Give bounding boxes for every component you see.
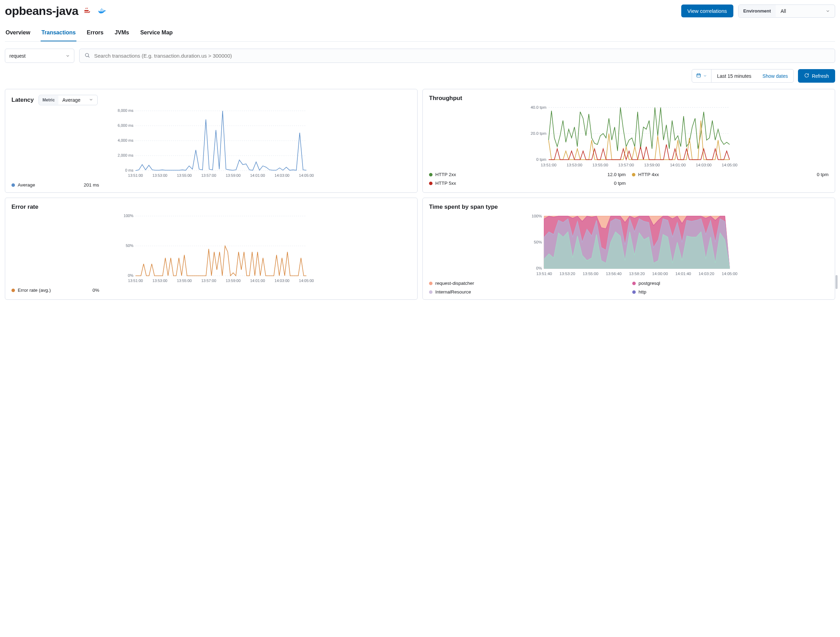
transaction-type-select[interactable]: request	[5, 49, 74, 63]
chevron-down-icon	[66, 54, 70, 58]
refresh-button[interactable]: Refresh	[798, 69, 835, 83]
legend-item: Average	[11, 182, 35, 188]
svg-text:14:03:00: 14:03:00	[275, 279, 289, 283]
svg-line-1	[88, 56, 89, 57]
error-rate-chart[interactable]: 0%50%100%13:51:0013:53:0013:55:0013:57:0…	[11, 214, 411, 284]
legend-dot-icon	[429, 182, 433, 185]
svg-text:13:56:40: 13:56:40	[606, 271, 622, 276]
legend-dot-icon	[11, 289, 15, 292]
show-dates-link[interactable]: Show dates	[757, 70, 793, 82]
svg-text:13:59:00: 13:59:00	[644, 162, 660, 167]
svg-text:13:51:40: 13:51:40	[536, 271, 553, 276]
svg-text:13:57:00: 13:57:00	[201, 173, 216, 178]
search-input[interactable]	[93, 52, 830, 59]
svg-text:13:53:00: 13:53:00	[567, 162, 583, 167]
java-icon	[83, 6, 92, 16]
nav-tabs: OverviewTransactionsErrorsJVMsService Ma…	[5, 26, 835, 42]
legend-item: InternalResource	[429, 289, 625, 295]
svg-text:4,000 ms: 4,000 ms	[118, 138, 134, 142]
latency-chart[interactable]: 0 ms2,000 ms4,000 ms6,000 ms8,000 ms13:5…	[11, 109, 411, 178]
svg-text:20.0 tpm: 20.0 tpm	[531, 131, 546, 136]
svg-text:13:59:00: 13:59:00	[226, 279, 241, 283]
legend-item: postgresql	[632, 281, 829, 286]
svg-text:14:03:00: 14:03:00	[275, 173, 289, 178]
span-type-panel: Time spent by span type 0%50%100%13:51:4…	[422, 198, 835, 300]
svg-text:13:53:00: 13:53:00	[153, 279, 167, 283]
legend-value: 201 ms	[84, 182, 99, 188]
tab-overview[interactable]: Overview	[5, 26, 31, 41]
time-range-text: Last 15 minutes	[712, 70, 757, 82]
svg-text:13:55:00: 13:55:00	[177, 279, 192, 283]
svg-text:14:05:00: 14:05:00	[722, 162, 737, 167]
svg-text:14:01:00: 14:01:00	[250, 173, 265, 178]
svg-text:14:03:20: 14:03:20	[699, 271, 715, 276]
legend-label: InternalResource	[435, 289, 471, 295]
svg-text:14:00:00: 14:00:00	[652, 271, 668, 276]
svg-text:0 ms: 0 ms	[125, 168, 133, 172]
svg-text:14:01:00: 14:01:00	[670, 162, 686, 167]
tab-transactions[interactable]: Transactions	[41, 26, 76, 41]
legend-item: http	[632, 289, 829, 295]
chevron-down-icon	[826, 9, 830, 13]
legend-label: HTTP 4xx	[638, 172, 659, 177]
legend-label: http	[638, 289, 646, 295]
svg-text:100%: 100%	[532, 214, 542, 218]
page-title: opbeans-java	[5, 4, 78, 18]
svg-text:14:05:00: 14:05:00	[299, 173, 314, 178]
legend-dot-icon	[632, 282, 636, 285]
legend-value: 12.0 tpm	[463, 172, 626, 177]
date-picker-button[interactable]	[692, 69, 712, 82]
tab-service-map[interactable]: Service Map	[140, 26, 173, 41]
legend-value: 0 tpm	[665, 172, 829, 177]
svg-text:13:53:20: 13:53:20	[560, 271, 576, 276]
svg-text:13:59:00: 13:59:00	[226, 173, 241, 178]
legend-label: Average	[18, 182, 35, 188]
svg-text:0%: 0%	[536, 266, 542, 270]
latency-title: Latency	[11, 96, 34, 104]
transaction-type-value: request	[9, 53, 26, 59]
svg-text:6,000 ms: 6,000 ms	[118, 123, 134, 128]
legend-dot-icon	[429, 173, 433, 177]
svg-text:2,000 ms: 2,000 ms	[118, 153, 134, 157]
legend-label: request-dispatcher	[435, 281, 474, 286]
refresh-icon	[804, 73, 809, 79]
legend-item: request-dispatcher	[429, 281, 625, 286]
legend-item: HTTP 5xx	[429, 181, 456, 186]
docker-icon	[98, 6, 107, 16]
legend-label: Error rate (avg.)	[18, 288, 51, 293]
svg-text:13:57:00: 13:57:00	[618, 162, 634, 167]
error-rate-panel: Error rate 0%50%100%13:51:0013:53:0013:5…	[5, 198, 418, 300]
svg-text:14:01:00: 14:01:00	[250, 279, 265, 283]
svg-rect-2	[697, 74, 701, 77]
svg-text:13:57:00: 13:57:00	[201, 279, 216, 283]
latency-metric-select[interactable]: Metric Average	[39, 95, 97, 105]
legend-value: 0%	[92, 288, 99, 293]
svg-text:13:51:00: 13:51:00	[128, 279, 143, 283]
legend-dot-icon	[11, 183, 15, 187]
svg-text:13:55:00: 13:55:00	[592, 162, 608, 167]
svg-text:0 tpm: 0 tpm	[536, 157, 546, 161]
svg-text:50%: 50%	[534, 240, 542, 244]
svg-text:100%: 100%	[124, 214, 133, 218]
scrollbar-handle[interactable]	[835, 275, 838, 289]
span-type-chart[interactable]: 0%50%100%13:51:4013:53:2013:55:0013:56:4…	[429, 214, 829, 276]
svg-text:14:05:00: 14:05:00	[299, 279, 314, 283]
environment-label: Environment	[739, 5, 776, 17]
svg-text:14:05:00: 14:05:00	[722, 271, 737, 276]
throughput-panel: Throughput 0 tpm20.0 tpm40.0 tpm13:51:00…	[422, 89, 835, 193]
span-type-title: Time spent by span type	[429, 203, 498, 210]
legend-dot-icon	[632, 290, 636, 294]
throughput-chart[interactable]: 0 tpm20.0 tpm40.0 tpm13:51:0013:53:0013:…	[429, 105, 829, 168]
environment-selector[interactable]: Environment All	[738, 5, 835, 18]
svg-text:13:53:00: 13:53:00	[153, 173, 167, 178]
legend-item: HTTP 4xx	[632, 172, 659, 177]
legend-label: postgresql	[638, 281, 660, 286]
svg-text:40.0 tpm: 40.0 tpm	[531, 105, 546, 109]
tab-jvms[interactable]: JVMs	[114, 26, 130, 41]
metric-value: Average	[63, 97, 81, 103]
view-correlations-button[interactable]: View correlations	[681, 5, 733, 17]
throughput-title: Throughput	[429, 95, 462, 102]
legend-item: HTTP 2xx	[429, 172, 456, 177]
tab-errors[interactable]: Errors	[86, 26, 104, 41]
svg-text:13:55:00: 13:55:00	[583, 271, 598, 276]
